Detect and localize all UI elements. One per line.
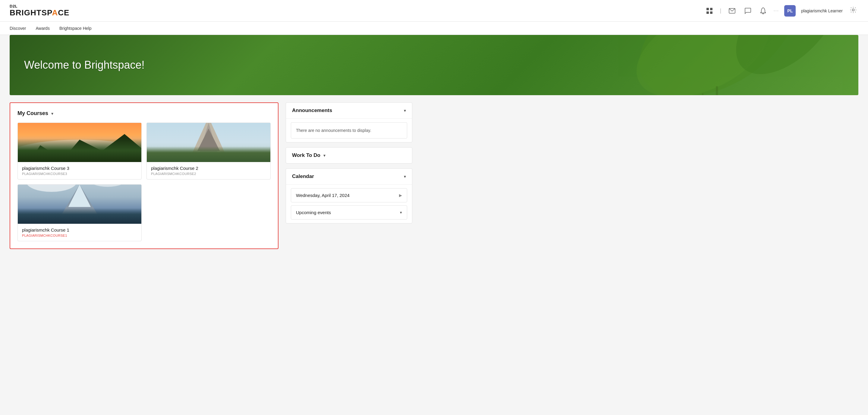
course-thumb-img-1 xyxy=(18,184,141,224)
upcoming-events-label: Upcoming events xyxy=(296,210,331,215)
header-divider: | xyxy=(720,7,722,14)
main-content: My Courses ▾ xyxy=(0,95,422,256)
announcements-title: Announcements xyxy=(292,107,332,113)
svg-rect-2 xyxy=(707,11,709,14)
announcements-chevron-icon[interactable]: ▾ xyxy=(404,108,406,113)
announcements-header: Announcements ▾ xyxy=(286,103,412,119)
course-code-3: PLAGIARISMCHKCOURSE3 xyxy=(22,172,137,176)
svg-rect-12 xyxy=(18,123,141,162)
nav-awards[interactable]: Awards xyxy=(36,25,50,32)
hero-title: Welcome to Brightspace! xyxy=(10,49,159,81)
svg-rect-29 xyxy=(18,218,141,224)
logo: D2L BRIGHTSPACE xyxy=(10,4,69,17)
announcements-empty: There are no announcements to display. xyxy=(291,122,407,139)
user-name-label[interactable]: plagiarismchk Learner xyxy=(801,8,843,13)
header-actions: | ··· PL plagiarismchk Learner xyxy=(704,5,858,16)
svg-marker-22 xyxy=(237,155,248,162)
bell-icon xyxy=(760,7,766,14)
work-to-do-header: Work To Do ▾ xyxy=(286,147,412,163)
main-header: D2L BRIGHTSPACE | xyxy=(0,0,868,22)
course-thumb-3 xyxy=(18,123,141,162)
svg-rect-0 xyxy=(707,8,709,10)
work-to-do-widget: Work To Do ▾ xyxy=(286,147,412,164)
logo-accent: A xyxy=(52,8,58,17)
course-card-1[interactable]: plagiarismchk Course 1 PLAGIARISMCHKCOUR… xyxy=(18,184,142,241)
announcements-body: There are no announcements to display. xyxy=(286,119,412,142)
course-info-3: plagiarismchk Course 3 PLAGIARISMCHKCOUR… xyxy=(18,162,141,179)
calendar-header: Calendar ▾ xyxy=(286,169,412,184)
calendar-title: Calendar xyxy=(292,173,314,179)
brightspace-logo-text: BRIGHTSPACE xyxy=(10,8,69,17)
calendar-chevron-icon[interactable]: ▾ xyxy=(404,174,406,179)
chat-icon xyxy=(744,7,751,14)
svg-rect-1 xyxy=(710,8,712,10)
courses-grid: plagiarismchk Course 3 PLAGIARISMCHKCOUR… xyxy=(18,123,271,241)
svg-rect-3 xyxy=(710,11,712,14)
course-info-1: plagiarismchk Course 1 PLAGIARISMCHKCOUR… xyxy=(18,224,141,241)
avatar-button[interactable]: PL xyxy=(784,5,796,16)
calendar-date-label: Wednesday, April 17, 2024 xyxy=(296,193,350,198)
svg-point-13 xyxy=(18,140,141,162)
course-thumb-1 xyxy=(18,184,141,224)
course-thumb-img-2 xyxy=(147,123,270,162)
course-name-1: plagiarismchk Course 1 xyxy=(22,228,137,233)
course-card-2[interactable]: plagiarismchk Course 2 PLAGIARISMCHKCOUR… xyxy=(147,123,271,179)
announcements-widget: Announcements ▾ There are no announcemen… xyxy=(286,102,412,142)
course-card-3[interactable]: plagiarismchk Course 3 PLAGIARISMCHKCOUR… xyxy=(18,123,142,179)
course-thumb-img-3 xyxy=(18,123,141,162)
nav-discover[interactable]: Discover xyxy=(10,25,26,32)
work-to-do-title: Work To Do xyxy=(292,152,320,159)
calendar-widget: Calendar ▾ Wednesday, April 17, 2024 ▶ U… xyxy=(286,168,412,223)
calendar-body: Wednesday, April 17, 2024 ▶ Upcoming eve… xyxy=(286,184,412,223)
apps-icon-button[interactable] xyxy=(704,6,715,16)
work-chevron-icon[interactable]: ▾ xyxy=(323,153,326,158)
mail-icon xyxy=(729,8,735,13)
hero-decoration xyxy=(434,35,858,95)
svg-marker-21 xyxy=(164,153,175,162)
d2l-logo-text: D2L xyxy=(10,4,69,8)
calendar-date-row[interactable]: Wednesday, April 17, 2024 ▶ xyxy=(291,188,407,202)
hero-banner: Welcome to Brightspace! xyxy=(10,35,858,95)
course-info-2: plagiarismchk Course 2 PLAGIARISMCHKCOUR… xyxy=(147,162,270,179)
nav-bar: Discover Awards Brightspace Help xyxy=(0,22,868,35)
svg-point-5 xyxy=(763,13,764,14)
courses-chevron-icon[interactable]: ▾ xyxy=(51,111,53,116)
right-panel: Announcements ▾ There are no announcemen… xyxy=(286,102,412,249)
upcoming-events-row[interactable]: Upcoming events ▾ xyxy=(291,205,407,219)
bell-icon-button[interactable] xyxy=(758,6,768,16)
gear-icon xyxy=(850,7,857,13)
settings-icon-button[interactable] xyxy=(848,5,858,16)
course-name-3: plagiarismchk Course 3 xyxy=(22,166,137,171)
apps-icon xyxy=(706,7,713,14)
header-divider-2: ··· xyxy=(773,7,779,14)
course-name-2: plagiarismchk Course 2 xyxy=(151,166,266,171)
courses-title: My Courses xyxy=(18,110,48,116)
course-code-2: PLAGIARISMCHKCOURSE2 xyxy=(151,172,266,176)
course-code-1: PLAGIARISMCHKCOURSE1 xyxy=(22,234,137,237)
courses-panel-header: My Courses ▾ xyxy=(18,110,271,116)
calendar-next-icon: ▶ xyxy=(399,193,402,198)
svg-marker-23 xyxy=(251,157,262,162)
course-thumb-2 xyxy=(147,123,270,162)
upcoming-chevron-icon: ▾ xyxy=(400,210,402,215)
nav-help[interactable]: Brightspace Help xyxy=(59,25,92,32)
svg-marker-30 xyxy=(46,218,113,224)
courses-panel: My Courses ▾ xyxy=(10,102,278,249)
mail-icon-button[interactable] xyxy=(727,6,737,15)
chat-icon-button[interactable] xyxy=(743,6,753,16)
svg-point-6 xyxy=(852,9,855,11)
